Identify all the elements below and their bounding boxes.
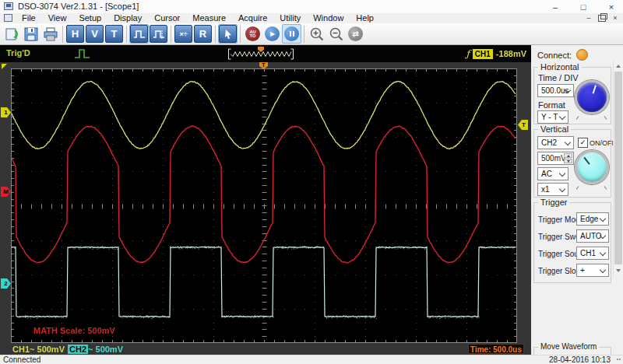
vertical-knob[interactable] bbox=[575, 150, 609, 184]
menu-item-setup[interactable]: Setup bbox=[72, 13, 107, 23]
channel-onoff[interactable]: ✓ ON/OFF bbox=[578, 138, 616, 148]
mdi-close-button[interactable]: × bbox=[611, 14, 620, 22]
trigger-group-title: Trigger bbox=[538, 198, 569, 207]
onoff-checkbox[interactable]: ✓ bbox=[578, 138, 588, 148]
math-button[interactable]: ×÷ bbox=[174, 24, 193, 44]
knob-tick bbox=[604, 116, 607, 120]
toolbar-separator bbox=[240, 26, 241, 43]
panel-scrollbar[interactable] bbox=[613, 61, 623, 275]
ref-label: R bbox=[194, 25, 212, 43]
ch1-readout: CH1~ 500mV bbox=[12, 345, 65, 354]
horizontal-group-title: Horizontal bbox=[538, 62, 582, 72]
trigger-status-bar: Trig'D ƒ CH1 -188mV bbox=[0, 45, 531, 62]
trigger-label: T bbox=[105, 25, 123, 43]
scroll-down-arrow[interactable] bbox=[614, 265, 623, 275]
volts-div-spinner[interactable]: 500mV bbox=[537, 152, 574, 165]
cursor-arrow-icon bbox=[223, 29, 234, 40]
spin-down-button[interactable] bbox=[564, 159, 572, 163]
menu-item-display[interactable]: Display bbox=[107, 13, 148, 23]
menu-item-help[interactable]: Help bbox=[350, 13, 380, 23]
math-position-marker[interactable]: M bbox=[1, 187, 11, 197]
pause-icon bbox=[284, 26, 299, 41]
knob-tick bbox=[576, 116, 579, 120]
chevron-down-icon bbox=[600, 215, 606, 222]
toolbar-separator bbox=[62, 26, 63, 43]
trigger-source-select[interactable]: CH1 bbox=[576, 247, 609, 260]
open-button[interactable] bbox=[2, 24, 21, 44]
trigger-symbol-icon: ƒ bbox=[466, 48, 469, 59]
menu-item-file[interactable]: File bbox=[16, 13, 42, 23]
format-label: Format bbox=[538, 100, 565, 110]
spin-up-button[interactable] bbox=[564, 153, 572, 158]
knob-tick bbox=[576, 186, 579, 190]
scope-panel: T 1 M 2 T MATH Scale: 500mV CH1~ 500mV C… bbox=[0, 62, 531, 355]
print-button[interactable] bbox=[40, 24, 60, 44]
trigger-slope-select[interactable]: + bbox=[576, 264, 609, 277]
print-icon bbox=[43, 26, 58, 42]
ch2-position-marker[interactable]: 2 bbox=[1, 278, 11, 289]
trigger-source-badge: CH1 bbox=[473, 49, 493, 59]
trigger-level-marker[interactable]: T bbox=[518, 120, 528, 130]
chevron-down-icon bbox=[600, 267, 606, 273]
maximize-button[interactable]: □ bbox=[578, 2, 589, 12]
save-icon bbox=[23, 26, 39, 42]
document-icon bbox=[4, 14, 12, 22]
close-button[interactable]: × bbox=[606, 2, 617, 12]
scope-display[interactable] bbox=[11, 68, 517, 343]
waveform-button[interactable] bbox=[129, 24, 149, 44]
menu-item-utility[interactable]: Utility bbox=[273, 13, 307, 23]
scroll-up-arrow[interactable] bbox=[614, 61, 623, 71]
vertical-label: V bbox=[86, 25, 104, 43]
control-panel: Connect: Horizontal Time / DIV 500.0us F… bbox=[531, 45, 623, 355]
toolbar-separator bbox=[304, 26, 304, 43]
auto-icon: AUTO bbox=[245, 26, 260, 41]
move-waveform-group: Move Waveform bbox=[533, 347, 611, 355]
vertical-group: Vertical CH2 ✓ ON/OFF 500mV AC x1 bbox=[533, 129, 611, 198]
time-div-label: Time / DIV bbox=[538, 73, 579, 82]
run-button[interactable]: ▶ bbox=[262, 24, 282, 44]
probe-select[interactable]: x1 bbox=[537, 183, 568, 196]
menu-item-view[interactable]: View bbox=[42, 13, 73, 23]
menu-item-acquire[interactable]: Acquire bbox=[232, 13, 273, 23]
menu-item-window[interactable]: Window bbox=[307, 13, 350, 23]
trigger-button[interactable]: T bbox=[104, 24, 124, 44]
trigger-sweep-select[interactable]: AUTO bbox=[576, 229, 609, 243]
chevron-down-icon bbox=[565, 139, 571, 145]
ref-button[interactable]: R bbox=[193, 24, 213, 44]
waveform-measure-button[interactable] bbox=[149, 24, 168, 44]
zoom-out-button[interactable] bbox=[326, 24, 346, 44]
time-div-select[interactable]: 500.0us bbox=[537, 84, 574, 97]
minimize-button[interactable]: – bbox=[550, 2, 561, 12]
cursor-button[interactable] bbox=[218, 24, 238, 44]
waveform-preview[interactable] bbox=[227, 47, 294, 61]
vertical-button[interactable]: V bbox=[85, 24, 104, 44]
refresh-button[interactable]: ⇄ bbox=[346, 24, 365, 44]
auto-button[interactable]: AUTO bbox=[243, 24, 262, 44]
menu-item-measure[interactable]: Measure bbox=[186, 13, 232, 23]
square-wave-measure-icon bbox=[153, 29, 165, 40]
mdi-minimize-button[interactable]: – bbox=[584, 14, 593, 22]
mdi-restore-button[interactable] bbox=[598, 15, 606, 22]
format-select[interactable]: Y - T bbox=[537, 110, 568, 124]
menu-bar: FileViewSetupDisplayCursorMeasureAcquire… bbox=[0, 13, 623, 23]
horizontal-button[interactable]: H bbox=[65, 24, 85, 44]
scope-column: Trig'D ƒ CH1 -188mV T 1 bbox=[0, 45, 531, 355]
menu-item-cursor[interactable]: Cursor bbox=[148, 13, 186, 23]
memory-position-marker bbox=[2, 64, 7, 69]
resize-grip[interactable] bbox=[617, 359, 621, 363]
knob-pointer bbox=[583, 157, 590, 165]
horizontal-knob[interactable] bbox=[575, 80, 609, 114]
channel-select[interactable]: CH2 bbox=[537, 136, 574, 149]
scrollbar-thumb[interactable] bbox=[614, 72, 622, 264]
trigger-mode-select[interactable]: Edge bbox=[576, 212, 609, 226]
connect-led-indicator[interactable] bbox=[576, 49, 588, 61]
ch2-active-badge: CH2 bbox=[68, 345, 88, 354]
pause-button[interactable] bbox=[282, 24, 301, 44]
save-button[interactable] bbox=[21, 24, 40, 44]
ch1-position-marker[interactable]: 1 bbox=[1, 107, 11, 117]
zoom-in-button[interactable] bbox=[307, 24, 326, 44]
coupling-select[interactable]: AC bbox=[537, 167, 568, 180]
chevron-down-icon bbox=[559, 114, 565, 120]
title-bar: DSO-3074 Ver2.1.31 - [Scope1] – □ × bbox=[0, 0, 623, 14]
vertical-group-title: Vertical bbox=[538, 124, 571, 134]
